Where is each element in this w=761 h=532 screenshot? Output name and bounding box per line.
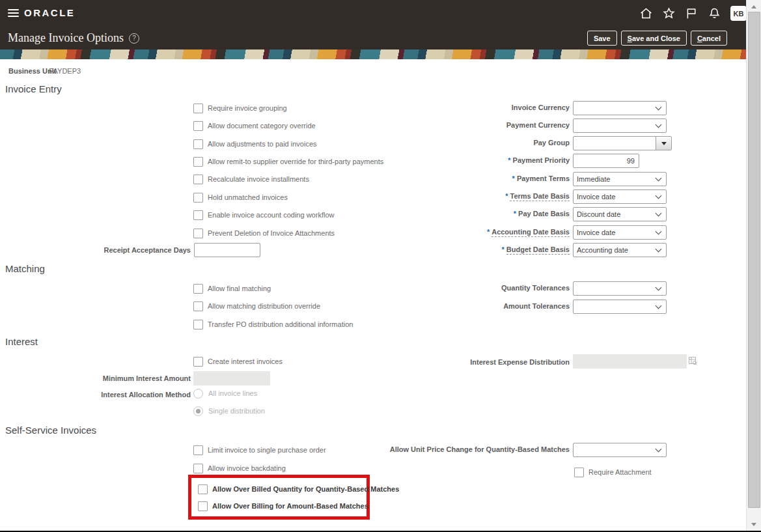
limit-invoice-to-single-purchase-order-checkbox[interactable] bbox=[193, 445, 203, 455]
navigator-menu-icon[interactable] bbox=[8, 9, 19, 18]
receipt-acceptance-days-input[interactable] bbox=[194, 243, 260, 257]
amount-tolerances-select[interactable] bbox=[573, 300, 667, 314]
radio-label: Single distribution bbox=[208, 407, 265, 415]
allow-over-billing-amount-checkbox[interactable] bbox=[198, 501, 208, 511]
terms-date-basis-select[interactable]: Invoice date bbox=[573, 189, 667, 204]
allow-adjustments-to-paid-invoices-checkbox[interactable] bbox=[193, 139, 203, 149]
chevron-down-icon bbox=[656, 104, 662, 111]
create-interest-invoices-checkbox[interactable] bbox=[193, 357, 203, 367]
home-icon[interactable] bbox=[639, 7, 653, 20]
checkbox-label: Allow Over Billed Quantity for Quantity-… bbox=[212, 485, 399, 493]
favorites-star-icon[interactable] bbox=[662, 7, 676, 20]
cancel-button[interactable]: Cancel bbox=[691, 31, 727, 46]
single-distribution-radio bbox=[193, 406, 203, 416]
scrollbar[interactable] bbox=[746, 0, 761, 532]
chevron-down-icon bbox=[656, 210, 662, 217]
section-title-invoice-entry: Invoice Entry bbox=[5, 83, 62, 94]
payment-terms-select[interactable]: Immediate bbox=[573, 172, 667, 186]
payment-currency-select[interactable] bbox=[573, 119, 667, 133]
prevent-deletion-of-invoice-attachments-checkbox[interactable] bbox=[193, 229, 203, 238]
checkbox-label: Allow matching distribution override bbox=[208, 302, 320, 310]
save-and-close-button[interactable]: Save and Close bbox=[621, 31, 687, 46]
budget-date-basis-label: *Budget Date Basis bbox=[391, 243, 570, 256]
payment-currency-label: Payment Currency bbox=[391, 119, 570, 132]
allow-invoice-backdating-checkbox[interactable] bbox=[193, 464, 203, 473]
interest-allocation-method-label: Interest Allocation Method bbox=[0, 388, 191, 401]
checkbox-row: Require invoice grouping bbox=[193, 103, 287, 113]
checkbox-label: Prevent Deletion of Invoice Attachments bbox=[208, 229, 335, 237]
allow-document-category-override-checkbox[interactable] bbox=[193, 121, 203, 131]
interest-expense-distribution-label: Interest Expense Distribution bbox=[391, 356, 570, 369]
checkbox-label: Hold unmatched invoices bbox=[208, 193, 288, 201]
help-icon[interactable] bbox=[129, 33, 139, 44]
payment-priority-input[interactable]: 99 bbox=[573, 154, 639, 168]
scroll-down-button[interactable] bbox=[747, 519, 761, 529]
enable-invoice-account-coding-workflow-checkbox[interactable] bbox=[193, 210, 203, 220]
checkbox-row: Require Attachment bbox=[574, 467, 652, 477]
quantity-tolerances-select[interactable] bbox=[573, 281, 667, 296]
pay-group-dropdown-button[interactable] bbox=[656, 137, 671, 150]
chevron-down-icon bbox=[656, 285, 662, 291]
checkbox-row: Enable invoice account coding workflow bbox=[193, 210, 334, 220]
checkbox-label: Require Attachment bbox=[588, 468, 652, 476]
user-avatar[interactable]: KB bbox=[730, 6, 747, 21]
notifications-bell-icon[interactable] bbox=[708, 7, 721, 20]
checkbox-row: Create interest invoices bbox=[193, 356, 283, 367]
checkbox-label: Allow adjustments to paid invoices bbox=[208, 140, 317, 148]
checkbox-label: Transfer PO distribution additional info… bbox=[208, 320, 353, 328]
checkbox-row: Allow document category override bbox=[193, 120, 316, 131]
manage-invoice-options-page: ORACLE KB Manage Invoice Options Save Sa… bbox=[0, 0, 761, 532]
oracle-logo: ORACLE bbox=[24, 7, 75, 18]
quantity-tolerances-label: Quantity Tolerances bbox=[391, 281, 570, 294]
chevron-down-icon bbox=[656, 175, 662, 182]
hold-unmatched-invoices-checkbox[interactable] bbox=[193, 193, 203, 203]
amount-tolerances-label: Amount Tolerances bbox=[391, 300, 570, 313]
checkbox-row: Hold unmatched invoices bbox=[193, 192, 288, 203]
section-title-self-service-invoices: Self-Service Invoices bbox=[5, 425, 96, 436]
allow-unit-price-change-label: Allow Unit Price Change for Quantity-Bas… bbox=[325, 443, 570, 456]
pay-group-combobox[interactable] bbox=[573, 136, 672, 150]
terms-date-basis-label: *Terms Date Basis bbox=[391, 189, 570, 203]
save-button[interactable]: Save bbox=[587, 31, 617, 46]
chevron-down-icon bbox=[656, 303, 662, 309]
allow-final-matching-checkbox[interactable] bbox=[193, 284, 203, 294]
checkbox-label: Require invoice grouping bbox=[208, 104, 287, 112]
pay-date-basis-label: *Pay Date Basis bbox=[391, 207, 570, 220]
require-attachment-checkbox[interactable] bbox=[574, 468, 584, 477]
invoice-currency-select[interactable] bbox=[573, 101, 667, 115]
checkbox-row: Allow matching distribution override bbox=[193, 301, 320, 311]
allow-unit-price-change-select[interactable] bbox=[573, 443, 667, 457]
radio-row: Single distribution bbox=[193, 406, 265, 416]
checkbox-row: Transfer PO distribution additional info… bbox=[193, 319, 353, 329]
checkbox-label: Create interest invoices bbox=[208, 357, 283, 365]
pay-date-basis-select[interactable]: Discount date bbox=[573, 207, 667, 221]
checkbox-row: Allow remit-to supplier override for thi… bbox=[193, 156, 383, 167]
checkbox-row: Allow adjustments to paid invoices bbox=[193, 139, 317, 149]
minimum-interest-amount-input bbox=[193, 371, 270, 385]
payment-terms-label: *Payment Terms bbox=[391, 172, 570, 185]
transfer-po-distribution-additional-information-checkbox[interactable] bbox=[193, 320, 203, 329]
business-unit-value: PAYDEP3 bbox=[49, 67, 81, 75]
all-invoice-lines-radio bbox=[193, 389, 203, 399]
recalculate-invoice-installments-checkbox[interactable] bbox=[193, 175, 203, 184]
accounting-date-basis-label: *Accounting Date Basis bbox=[391, 225, 570, 238]
scroll-up-button[interactable] bbox=[747, 1, 761, 12]
scrollbar-thumb[interactable] bbox=[748, 12, 760, 508]
radio-row: All invoice lines bbox=[193, 388, 257, 399]
allow-remit-to-supplier-override-checkbox[interactable] bbox=[193, 157, 203, 167]
chevron-down-icon bbox=[656, 122, 662, 128]
minimum-interest-amount-label: Minimum Interest Amount bbox=[0, 372, 191, 385]
accounting-date-basis-select[interactable]: Invoice date bbox=[573, 225, 667, 240]
require-invoice-grouping-checkbox[interactable] bbox=[193, 104, 203, 113]
checkbox-label: Allow remit-to supplier override for thi… bbox=[208, 158, 383, 165]
checkbox-row: Allow Over Billed Quantity for Quantity-… bbox=[198, 484, 399, 494]
segment-picker-icon bbox=[689, 357, 697, 367]
section-title-interest: Interest bbox=[5, 336, 38, 347]
checkbox-label: Allow invoice backdating bbox=[208, 464, 286, 472]
watchlist-flag-icon[interactable] bbox=[685, 7, 699, 20]
allow-over-billed-quantity-checkbox[interactable] bbox=[198, 484, 208, 494]
budget-date-basis-select[interactable]: Accounting date bbox=[573, 243, 667, 257]
pay-group-label: Pay Group bbox=[391, 136, 570, 149]
checkbox-row: Allow Over Billing for Amount-Based Matc… bbox=[198, 501, 368, 511]
allow-matching-distribution-override-checkbox[interactable] bbox=[193, 301, 203, 311]
